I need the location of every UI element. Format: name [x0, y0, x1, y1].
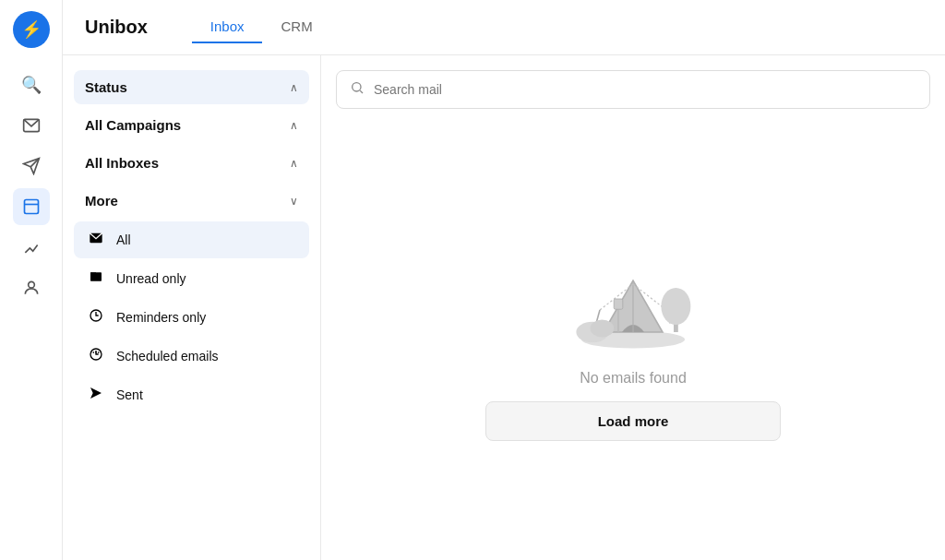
status-chevron: ∧	[290, 81, 298, 94]
scheduled-label: Scheduled emails	[116, 349, 219, 363]
campaigns-label: All Campaigns	[85, 117, 181, 133]
nav-send[interactable]	[13, 148, 50, 185]
filter-sent[interactable]: Sent	[74, 376, 309, 413]
app-title: Unibox	[85, 17, 148, 38]
svg-marker-10	[90, 387, 102, 399]
svg-line-12	[360, 90, 363, 93]
nav-search[interactable]: 🔍	[13, 66, 50, 103]
status-section-header[interactable]: Status ∧	[74, 70, 309, 104]
empty-message: No emails found	[580, 370, 687, 387]
search-input[interactable]	[374, 82, 916, 97]
svg-rect-25	[614, 299, 623, 309]
sent-label: Sent	[116, 387, 143, 402]
inboxes-section: All Inboxes ∧	[74, 146, 309, 180]
filter-reminders[interactable]: Reminders only	[74, 299, 309, 336]
body: Status ∧ All Campaigns ∧ All Inboxes ∧ M…	[63, 55, 945, 560]
load-more-button[interactable]: Load more	[485, 401, 781, 441]
empty-state: No emails found Load more	[336, 131, 930, 545]
icon-bar: ⚡ 🔍	[0, 0, 63, 560]
more-chevron: ∨	[290, 195, 298, 208]
header: Unibox Inbox CRM	[63, 0, 945, 55]
status-section: Status ∧	[74, 70, 309, 104]
search-icon	[350, 80, 365, 99]
inboxes-chevron: ∧	[290, 157, 298, 170]
filter-all[interactable]: All	[74, 221, 309, 258]
filter-unread[interactable]: Unread only	[74, 260, 309, 297]
filter-scheduled[interactable]: Scheduled emails	[74, 338, 309, 375]
tab-inbox[interactable]: Inbox	[192, 11, 263, 43]
sent-icon	[87, 386, 105, 404]
campaigns-section: All Campaigns ∧	[74, 108, 309, 142]
more-label: More	[85, 193, 118, 209]
nav-mail[interactable]	[13, 107, 50, 144]
svg-point-4	[28, 281, 34, 288]
all-label: All	[116, 232, 131, 247]
svg-rect-7	[90, 272, 96, 277]
svg-point-21	[661, 288, 690, 325]
unread-label: Unread only	[116, 271, 186, 286]
status-label: Status	[85, 79, 127, 95]
main-area: Unibox Inbox CRM Status ∧ All Campaigns …	[63, 0, 945, 560]
nav-inbox[interactable]	[13, 188, 50, 225]
campaigns-section-header[interactable]: All Campaigns ∧	[74, 108, 309, 142]
search-bar[interactable]	[336, 70, 930, 109]
all-icon	[87, 231, 105, 249]
nav-analytics[interactable]	[13, 229, 50, 266]
inboxes-section-header[interactable]: All Inboxes ∧	[74, 146, 309, 180]
empty-illustration	[559, 235, 707, 355]
svg-point-23	[591, 319, 615, 337]
content-area: No emails found Load more	[321, 55, 945, 560]
sidebar: Status ∧ All Campaigns ∧ All Inboxes ∧ M…	[63, 55, 321, 560]
nav-account[interactable]	[13, 269, 50, 306]
svg-point-11	[353, 83, 361, 91]
inboxes-label: All Inboxes	[85, 155, 159, 171]
unread-icon	[87, 269, 105, 288]
scheduled-icon	[87, 347, 105, 365]
more-section-header[interactable]: More ∨	[74, 184, 309, 218]
reminders-label: Reminders only	[116, 310, 206, 325]
campaigns-chevron: ∧	[290, 119, 298, 132]
app-logo[interactable]: ⚡	[13, 11, 50, 48]
reminders-icon	[87, 308, 105, 327]
svg-rect-3	[24, 200, 38, 214]
more-section: More ∨ All Unread only	[74, 184, 309, 413]
tabs: Inbox CRM	[192, 11, 331, 43]
tab-crm[interactable]: CRM	[262, 11, 330, 43]
